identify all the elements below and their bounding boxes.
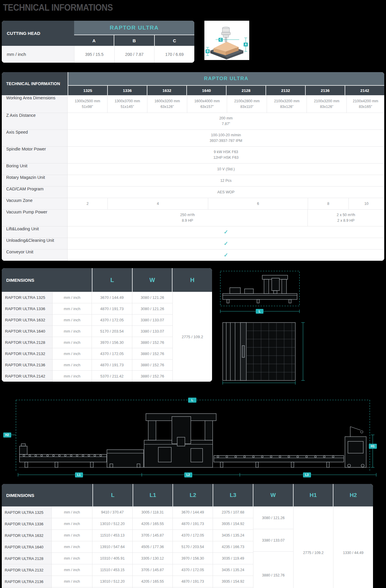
label-h1: H1	[371, 445, 375, 448]
w-value-merged: 3880 / 152.76	[253, 551, 293, 588]
machine-side-elevation-small: L	[218, 268, 307, 315]
machine-figures: L	[218, 268, 307, 385]
l1-value: 3005 / 118.31	[133, 507, 173, 518]
z-axis-value: 200 mm 7.87”	[68, 113, 384, 129]
check-icon: ✓	[68, 238, 384, 249]
model-name: RAPTOR ULTRA 1640	[2, 326, 52, 337]
table-row: RAPTOR ULTRA 1632 mm / inch 11510 / 453.…	[2, 529, 253, 541]
bottom-dimension-lines	[18, 473, 376, 477]
row-label: Conveyor Unit	[2, 250, 68, 261]
table-row: RAPTOR ULTRA 2136 mm / inch 13010 / 512.…	[2, 576, 253, 587]
technical-information-table: TECHNICAL INFORMATION RAPTOR ULTRA 1325 …	[2, 72, 384, 261]
row-conveyor-unit: Conveyor Unit ✓	[2, 249, 384, 261]
vacuum-zone-value: 8	[308, 198, 348, 209]
l-value: 4870 / 191.73	[92, 303, 132, 314]
label-l3: L3	[305, 473, 309, 477]
table-row: RAPTOR ULTRA 2136 mm / inch 4870 / 191.7…	[2, 359, 172, 370]
l1-value: 4205 / 165.55	[133, 518, 173, 529]
w-value: 3380 / 133.07	[132, 326, 172, 337]
machine-drawing	[223, 323, 295, 380]
rotary-magazin-value: 12 Pcs	[68, 175, 384, 186]
l2-value: 3970 / 156.30	[173, 553, 213, 564]
table-row: RAPTOR ULTRA 1336 mm / inch 4870 / 191.7…	[2, 303, 172, 314]
unit-label: mm / inch	[51, 553, 92, 564]
w-value: 3880 / 152.76	[132, 359, 172, 370]
l3-value: 3935 / 154.92	[213, 576, 253, 587]
table-row: RAPTOR ULTRA 1632 mm / inch 4370 / 172.0…	[2, 314, 172, 325]
machine-top-view	[218, 320, 307, 385]
tech-table-title: TECHNICAL INFORMATION	[2, 72, 68, 95]
unit-label: mm / inch	[52, 303, 92, 314]
cutting-head-value-b: 200 / 7.87	[114, 46, 154, 63]
axis-speed-value: 100-100-20 m/min 3937-3937-787 IPM	[68, 130, 384, 146]
row-label: CAD/CAM Program	[2, 187, 68, 198]
cutting-head-table-title: CUTTING HEAD	[2, 21, 74, 46]
cutting-head-value-c: 170 / 6.69	[154, 46, 194, 63]
row-label: Unloading&Cleaning Unit	[2, 238, 68, 249]
column-header-h: H	[172, 268, 212, 292]
column-header-b: B	[114, 35, 154, 46]
l1-value: 3705 / 145.87	[133, 564, 173, 576]
unit-label: mm / inch	[52, 292, 92, 303]
label-l1: L1	[77, 473, 81, 477]
row-unloading-cleaning: Unloading&Cleaning Unit ✓	[2, 238, 384, 249]
l-value: 4870 / 191.73	[92, 359, 132, 370]
vacuum-pump-value: 250 m³/h 8.9 HP	[68, 210, 307, 226]
model-name: RAPTOR ULTRA 1336	[2, 518, 51, 529]
column-header-w: W	[253, 484, 293, 506]
vacuum-zone-value: 6	[208, 198, 308, 209]
row-label: Z Axis Distance	[2, 113, 68, 129]
machine-drawing	[223, 275, 297, 303]
w-value: 3880 / 152.76	[132, 337, 172, 348]
working-area-value: 1600x4000 mm 63x157”	[187, 95, 227, 113]
label-a: A	[245, 43, 247, 46]
cadcam-value: AES WOP	[68, 187, 384, 198]
l-value: 3670 / 144.49	[92, 292, 132, 303]
unit-label: mm / inch	[52, 348, 92, 359]
boring-unit-value: 10 V (Std.)	[68, 163, 384, 175]
unit-label: mm / inch	[52, 337, 92, 348]
l-value: 13010 / 512.20	[92, 576, 133, 587]
row-axis-speed: Axis Speed 100-100-20 m/min 3937-3937-78…	[2, 129, 384, 146]
l2-value: 3670 / 144.49	[173, 507, 213, 518]
working-area-value: 2100x3200 mm 83x126”	[267, 95, 307, 113]
column-header-c: C	[154, 35, 194, 46]
l-value: 9410 / 370.47	[92, 507, 133, 518]
l1-value: 4505 / 177.36	[133, 541, 173, 553]
label-h2: H2	[5, 433, 9, 437]
machine-side-elevation-large: L H2 H1 L1 L2 L3	[2, 391, 384, 480]
model-header-1325: 1325	[68, 86, 107, 95]
column-header-l1: L1	[133, 484, 173, 506]
dimensions-full-table: DIMENSIONS L L1 L2 L3 W H1 H2 RAPTOR ULT…	[2, 484, 373, 588]
w-value: 3080 / 121.26	[132, 303, 172, 314]
row-cadcam: CAD/CAM Program AES WOP	[2, 186, 384, 198]
row-label: Lift&Loading Unit	[2, 226, 68, 238]
tech-brand: RAPTOR ULTRA	[68, 72, 384, 85]
row-boring-unit: Boring Unit 10 V (Std.)	[2, 163, 384, 175]
table-row: RAPTOR ULTRA 2132 mm / inch 4370 / 172.0…	[2, 348, 172, 359]
w-value-merged: 3380 / 133.07	[253, 529, 293, 551]
h2-value-merged: 1330 / 44.49	[333, 506, 373, 588]
h-value-merged: 2775 / 109.2	[172, 292, 212, 382]
cutting-head-figure: A B C	[204, 21, 249, 60]
l-value: 13010 / 512.20	[92, 518, 133, 529]
column-header-l2: L2	[172, 484, 213, 506]
model-name: RAPTOR ULTRA 2132	[2, 564, 51, 576]
column-header-a: A	[74, 35, 114, 46]
spindle-power-value: 9 kW HSK F63 12HP HSK F63	[68, 147, 384, 163]
working-area-value: 1300x3700 mm 51x145”	[107, 95, 147, 113]
table-row: RAPTOR ULTRA 1640 mm / inch 13910 / 547.…	[2, 541, 253, 553]
l1-value: 3705 / 145.87	[133, 530, 173, 541]
unit-label: mm / inch	[51, 541, 92, 553]
working-area-value: 2100x4200 mm 83x165”	[346, 95, 384, 113]
label-h1-badge: H1	[369, 435, 377, 467]
model-header-2132: 2132	[266, 86, 305, 95]
row-spindle-power: Spindle Motor Power 9 kW HSK F63 12HP HS…	[2, 146, 384, 163]
vacuum-zone-value: 10	[348, 198, 384, 209]
w-value: 3080 / 121.26	[132, 292, 172, 303]
l-value: 10310 / 405.91	[92, 553, 133, 564]
row-label: Vacuum Pump Power	[2, 210, 68, 226]
model-name: RAPTOR ULTRA 1640	[2, 541, 51, 553]
label-c: C	[219, 38, 221, 41]
dimensions-lwh-section: DIMENSIONS L W H RAPTOR ULTRA 1325 mm / …	[2, 268, 384, 385]
